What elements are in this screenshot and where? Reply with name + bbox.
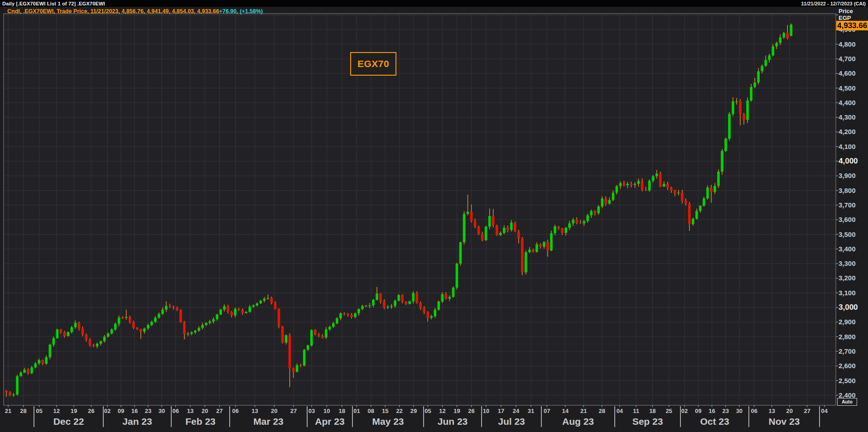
svg-text:2,500: 2,500 xyxy=(839,377,856,384)
svg-text:20: 20 xyxy=(202,408,208,414)
series-legend: Cndl, .EGX70EWI, Trade Price, 11/21/2023… xyxy=(7,8,263,14)
svg-text:Apr 23: Apr 23 xyxy=(315,416,344,427)
svg-text:13: 13 xyxy=(251,408,258,414)
svg-text:4,800: 4,800 xyxy=(839,40,856,48)
svg-text:19: 19 xyxy=(453,408,460,414)
svg-text:30: 30 xyxy=(159,408,165,414)
svg-text:08: 08 xyxy=(368,408,374,414)
svg-text:02: 02 xyxy=(681,408,688,414)
svg-text:2,900: 2,900 xyxy=(839,318,856,326)
last-price-badge: 4,933.66 xyxy=(836,21,868,30)
svg-text:3,900: 3,900 xyxy=(839,172,856,179)
svg-text:2,700: 2,700 xyxy=(839,347,856,355)
svg-text:Feb 23: Feb 23 xyxy=(185,416,216,427)
svg-text:4,500: 4,500 xyxy=(839,84,856,92)
svg-text:4,200: 4,200 xyxy=(839,128,856,135)
svg-text:14: 14 xyxy=(562,408,569,414)
svg-text:Jun 23: Jun 23 xyxy=(438,416,468,427)
svg-text:10: 10 xyxy=(483,408,489,414)
svg-text:Sep 23: Sep 23 xyxy=(632,416,663,427)
svg-text:27: 27 xyxy=(804,408,810,414)
svg-text:3,300: 3,300 xyxy=(839,259,856,267)
svg-text:4,600: 4,600 xyxy=(839,69,856,77)
svg-text:27: 27 xyxy=(290,408,297,414)
egx70-annotation[interactable]: EGX70 xyxy=(350,52,396,76)
svg-text:17: 17 xyxy=(498,408,504,414)
svg-text:29: 29 xyxy=(410,408,417,414)
svg-text:4,000: 4,000 xyxy=(839,157,858,165)
svg-text:12: 12 xyxy=(439,408,445,414)
svg-text:18: 18 xyxy=(649,408,656,414)
svg-text:16: 16 xyxy=(709,408,715,414)
svg-text:04: 04 xyxy=(821,408,828,414)
svg-text:3,400: 3,400 xyxy=(839,245,856,253)
chart-title: Daily [.EGX70EWI List 1 of 72] .EGX70EWI xyxy=(0,1,105,6)
svg-text:3,800: 3,800 xyxy=(839,187,856,194)
svg-text:11: 11 xyxy=(633,408,639,414)
svg-text:Dec 22: Dec 22 xyxy=(53,416,84,427)
svg-text:19: 19 xyxy=(71,408,77,414)
svg-text:16: 16 xyxy=(131,408,138,414)
svg-text:06: 06 xyxy=(172,408,178,414)
svg-text:26: 26 xyxy=(468,408,474,414)
svg-text:06: 06 xyxy=(232,408,239,414)
svg-text:30: 30 xyxy=(736,408,743,414)
svg-text:18: 18 xyxy=(338,408,345,414)
svg-text:Jul 23: Jul 23 xyxy=(498,416,525,427)
legend-change-text: +76.90, (+1.58%) xyxy=(219,8,263,14)
svg-text:28: 28 xyxy=(598,408,605,414)
axis-title-price: Price xyxy=(839,8,853,14)
svg-text:07: 07 xyxy=(544,408,550,414)
svg-text:May 23: May 23 xyxy=(372,416,404,427)
svg-text:13: 13 xyxy=(768,408,775,414)
svg-text:03: 03 xyxy=(309,408,315,414)
svg-text:21: 21 xyxy=(5,408,11,414)
svg-text:27: 27 xyxy=(216,408,222,414)
svg-text:21: 21 xyxy=(580,408,587,414)
svg-text:25: 25 xyxy=(665,408,672,414)
chart-area[interactable]: 2,4002,5002,6002,7002,8002,9003,0003,100… xyxy=(0,7,868,432)
svg-text:05: 05 xyxy=(36,408,42,414)
svg-text:09: 09 xyxy=(695,408,701,414)
svg-text:01: 01 xyxy=(353,408,360,414)
svg-text:Oct 23: Oct 23 xyxy=(700,416,729,427)
axis-currency-label: EGP xyxy=(839,14,851,21)
svg-text:Jan 23: Jan 23 xyxy=(122,416,152,427)
svg-text:4,300: 4,300 xyxy=(839,113,856,121)
svg-text:4,400: 4,400 xyxy=(839,99,856,106)
svg-text:10: 10 xyxy=(323,408,330,414)
svg-text:2,600: 2,600 xyxy=(839,362,856,370)
legend-ohlc-text: Cndl, .EGX70EWI, Trade Price, 11/21/2023… xyxy=(7,8,219,14)
svg-text:4,100: 4,100 xyxy=(839,143,856,150)
svg-text:22: 22 xyxy=(396,408,402,414)
svg-text:20: 20 xyxy=(786,408,792,414)
svg-text:3,100: 3,100 xyxy=(839,289,856,297)
svg-text:4,700: 4,700 xyxy=(839,55,856,62)
svg-text:Aug 23: Aug 23 xyxy=(562,416,594,427)
svg-text:Nov 23: Nov 23 xyxy=(769,416,800,427)
svg-text:12: 12 xyxy=(53,408,59,414)
svg-text:3,200: 3,200 xyxy=(839,274,856,282)
svg-text:09: 09 xyxy=(118,408,124,414)
svg-text:Mar 23: Mar 23 xyxy=(253,416,284,427)
svg-text:06: 06 xyxy=(751,408,757,414)
svg-text:2,800: 2,800 xyxy=(839,333,856,341)
svg-text:23: 23 xyxy=(722,408,728,414)
svg-text:15: 15 xyxy=(382,408,388,414)
window-titlebar: Daily [.EGX70EWI List 1 of 72] .EGX70EWI… xyxy=(0,0,868,7)
svg-text:20: 20 xyxy=(271,408,277,414)
date-range-label: 11/21/2022 - 12/7/2023 (CAI) xyxy=(801,1,868,6)
svg-text:3,700: 3,700 xyxy=(839,201,856,209)
svg-text:3,000: 3,000 xyxy=(839,303,858,312)
candlestick-plot[interactable]: 2,4002,5002,6002,7002,8002,9003,0003,100… xyxy=(0,7,868,432)
svg-text:3,500: 3,500 xyxy=(839,230,856,238)
svg-text:02: 02 xyxy=(104,408,111,414)
svg-text:28: 28 xyxy=(20,408,26,414)
svg-text:31: 31 xyxy=(528,408,534,414)
svg-text:26: 26 xyxy=(88,408,94,414)
svg-text:13: 13 xyxy=(187,408,193,414)
svg-text:23: 23 xyxy=(145,408,151,414)
svg-text:05: 05 xyxy=(424,408,431,414)
auto-scale-button[interactable]: Auto xyxy=(837,398,857,406)
svg-text:24: 24 xyxy=(513,408,520,414)
